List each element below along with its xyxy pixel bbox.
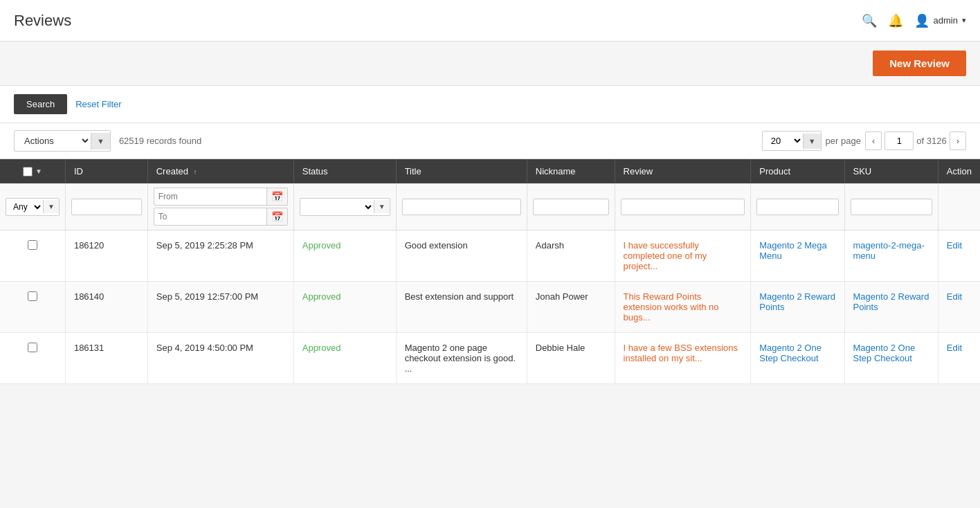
per-page-wrap: 20 50 100 200 ▼ per page bbox=[762, 131, 861, 151]
table-row: 186120 Sep 5, 2019 2:25:28 PM Approved G… bbox=[0, 230, 980, 282]
row-title: Best extension and support bbox=[396, 282, 527, 333]
filter-bar: Search Reset Filter bbox=[0, 86, 980, 123]
row-status: Approved bbox=[293, 282, 396, 333]
from-date-input[interactable] bbox=[154, 189, 266, 204]
row-created: Sep 5, 2019 2:25:28 PM bbox=[147, 230, 293, 282]
table-row: 186131 Sep 4, 2019 4:50:00 PM Approved M… bbox=[0, 333, 980, 384]
table-body: 186120 Sep 5, 2019 2:25:28 PM Approved G… bbox=[0, 230, 980, 384]
filter-sku-input[interactable] bbox=[851, 199, 932, 215]
page-title: Reviews bbox=[14, 12, 71, 30]
row-action: Edit bbox=[938, 230, 980, 282]
search-icon[interactable]: 🔍 bbox=[862, 13, 877, 28]
th-sku: SKU bbox=[844, 159, 938, 183]
filter-review-input[interactable] bbox=[621, 199, 745, 215]
status-caret-icon[interactable]: ▼ bbox=[374, 200, 390, 213]
filter-review-cell bbox=[615, 183, 751, 230]
bell-icon[interactable]: 🔔 bbox=[888, 13, 903, 28]
row-title: Magento 2 one page checkout extension is… bbox=[396, 333, 527, 384]
filter-nickname-input[interactable] bbox=[533, 199, 609, 215]
row-checkbox[interactable] bbox=[28, 291, 37, 301]
select-all-checkbox[interactable] bbox=[23, 167, 33, 176]
row-sku: Magento 2 Reward Points bbox=[844, 282, 938, 333]
row-status: Approved bbox=[293, 230, 396, 282]
th-title: Title bbox=[396, 159, 527, 183]
status-select[interactable]: Approved Pending Not Approved bbox=[300, 199, 374, 215]
next-page-button[interactable]: › bbox=[950, 131, 966, 150]
row-checkbox-cell bbox=[0, 230, 65, 282]
page-total: of 3126 bbox=[916, 136, 946, 146]
filter-nickname-cell bbox=[527, 183, 615, 230]
filter-sku-cell bbox=[844, 183, 938, 230]
new-review-button[interactable]: New Review bbox=[873, 51, 966, 76]
th-action: Action bbox=[938, 159, 980, 183]
row-sku: magento-2-mega-menu bbox=[844, 230, 938, 282]
actions-caret-icon[interactable]: ▼ bbox=[91, 133, 110, 149]
any-caret-icon[interactable]: ▼ bbox=[43, 200, 59, 213]
th-status: Status bbox=[293, 159, 396, 183]
per-page-caret-icon[interactable]: ▼ bbox=[803, 134, 821, 149]
row-product: Magento 2 Reward Points bbox=[751, 282, 844, 333]
any-filter[interactable]: Any ▼ bbox=[6, 198, 60, 216]
header-icons: 🔍 🔔 👤 admin ▾ bbox=[862, 13, 966, 28]
filter-any-cell: Any ▼ bbox=[0, 183, 65, 230]
row-checkbox[interactable] bbox=[28, 240, 37, 250]
row-title: Good extension bbox=[396, 230, 527, 282]
row-nickname: Jonah Power bbox=[527, 282, 615, 333]
th-nickname: Nickname bbox=[527, 159, 615, 183]
status-filter[interactable]: Approved Pending Not Approved ▼ bbox=[300, 198, 390, 216]
filter-id-input[interactable] bbox=[71, 199, 142, 215]
row-action: Edit bbox=[938, 282, 980, 333]
search-button[interactable]: Search bbox=[14, 94, 67, 114]
row-nickname: Debbie Hale bbox=[527, 333, 615, 384]
page-number-input[interactable] bbox=[884, 131, 914, 150]
page-header: Reviews 🔍 🔔 👤 admin ▾ bbox=[0, 0, 980, 42]
actions-select[interactable]: Actions bbox=[15, 131, 91, 151]
from-date-wrap: 📅 bbox=[154, 188, 288, 206]
row-review: I have successfully completed one of my … bbox=[615, 230, 751, 282]
row-created: Sep 4, 2019 4:50:00 PM bbox=[147, 333, 293, 384]
table-header-row: ▼ ID Created ↑ Status Title Nickname Rev… bbox=[0, 159, 980, 183]
row-action: Edit bbox=[938, 333, 980, 384]
to-calendar-icon[interactable]: 📅 bbox=[266, 208, 287, 225]
records-count: 62519 records found bbox=[119, 136, 201, 146]
th-checkbox: ▼ bbox=[0, 159, 65, 183]
any-select[interactable]: Any bbox=[6, 199, 43, 215]
filter-title-input[interactable] bbox=[402, 199, 521, 215]
checkbox-caret-icon[interactable]: ▼ bbox=[35, 167, 42, 175]
per-page-dropdown[interactable]: 20 50 100 200 bbox=[763, 131, 803, 150]
prev-page-button[interactable]: ‹ bbox=[865, 131, 882, 150]
toolbar: New Review bbox=[0, 42, 980, 86]
row-product: Magento 2 One Step Checkout bbox=[751, 333, 844, 384]
filter-id-cell bbox=[65, 183, 147, 230]
table-row: 186140 Sep 5, 2019 12:57:00 PM Approved … bbox=[0, 282, 980, 333]
to-date-input[interactable] bbox=[154, 209, 266, 224]
admin-menu[interactable]: 👤 admin ▾ bbox=[914, 13, 966, 28]
filter-product-input[interactable] bbox=[756, 199, 838, 215]
row-id: 186140 bbox=[65, 282, 147, 333]
actions-dropdown[interactable]: Actions ▼ bbox=[14, 130, 111, 152]
row-id: 186131 bbox=[65, 333, 147, 384]
row-checkbox-cell bbox=[0, 282, 65, 333]
filter-status-cell: Approved Pending Not Approved ▼ bbox=[293, 183, 396, 230]
row-review: I have a few BSS extensions installed on… bbox=[615, 333, 751, 384]
filter-row: Any ▼ 📅 bbox=[0, 183, 980, 230]
filter-title-cell bbox=[396, 183, 527, 230]
th-product: Product bbox=[751, 159, 844, 183]
from-calendar-icon[interactable]: 📅 bbox=[266, 188, 287, 205]
row-checkbox[interactable] bbox=[28, 343, 37, 352]
actions-row: Actions ▼ 62519 records found 20 50 100 … bbox=[0, 123, 980, 159]
to-date-wrap: 📅 bbox=[154, 208, 288, 226]
reviews-table: ▼ ID Created ↑ Status Title Nickname Rev… bbox=[0, 159, 980, 384]
actions-left: Actions ▼ 62519 records found bbox=[14, 130, 201, 152]
admin-label: admin bbox=[934, 15, 958, 26]
row-review: This Reward Points extension works with … bbox=[615, 282, 751, 333]
reset-filter-button[interactable]: Reset Filter bbox=[75, 99, 121, 109]
row-checkbox-cell bbox=[0, 333, 65, 384]
th-created[interactable]: Created ↑ bbox=[147, 159, 293, 183]
pagination: 20 50 100 200 ▼ per page ‹ of 3126 › bbox=[762, 131, 966, 151]
per-page-select[interactable]: 20 50 100 200 ▼ bbox=[762, 131, 822, 151]
row-product: Magento 2 Mega Menu bbox=[751, 230, 844, 282]
row-id: 186120 bbox=[65, 230, 147, 282]
admin-avatar-icon: 👤 bbox=[914, 13, 929, 28]
sort-icon: ↑ bbox=[194, 168, 197, 176]
